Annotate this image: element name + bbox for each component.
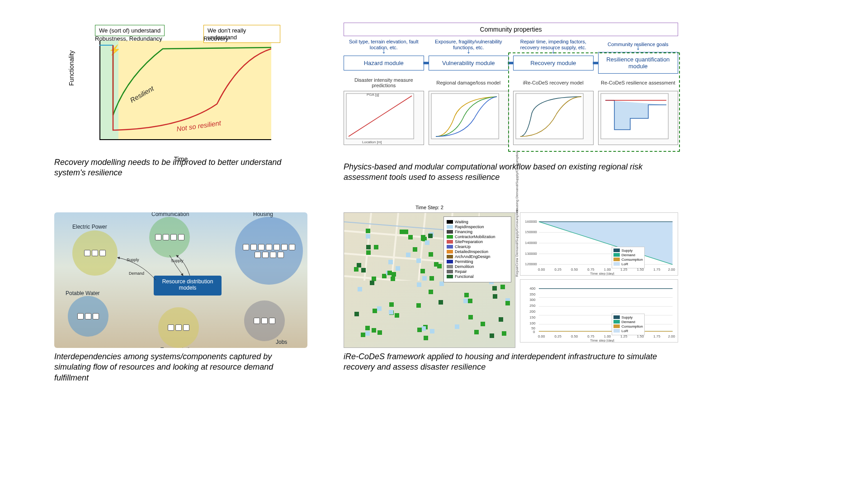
svg-text:Supply: Supply: [127, 258, 139, 262]
vulnerability-module-label: Vulnerability module: [442, 60, 495, 66]
house-icon: [270, 252, 276, 258]
legend-swatch: [447, 260, 453, 263]
svg-text:Time step [day]: Time step [day]: [590, 338, 614, 342]
building-marker: [499, 317, 503, 322]
building-marker: [493, 294, 497, 299]
resilience-module-label: Resilience quantification module: [606, 56, 670, 70]
building-marker: [429, 252, 433, 257]
x-axis-label: Time: [174, 155, 188, 163]
chart-legend-label: Consumption: [622, 258, 643, 262]
legend-swatch: [447, 230, 453, 234]
map-title: Time Step: 2: [415, 205, 443, 210]
building-icon: [254, 318, 260, 324]
chart-legend-item: LoR: [613, 262, 643, 266]
svg-text:2.00: 2.00: [668, 334, 675, 338]
building-marker: [463, 299, 468, 303]
thumb-fragility-curves: [429, 91, 509, 145]
svg-text:Location [m]: Location [m]: [362, 140, 382, 144]
building-marker: [387, 271, 392, 275]
house-icon: [266, 244, 272, 250]
svg-text:150000: 150000: [525, 230, 537, 234]
building-marker: [417, 328, 422, 332]
repaircrew-chart: RepairCrew Demand/Supply/Consumption 400…: [520, 279, 678, 343]
svg-text:120000: 120000: [525, 262, 537, 266]
building-marker: [428, 234, 433, 238]
building-marker: [439, 300, 443, 305]
legend-swatch: [447, 255, 453, 258]
road-icon: [183, 324, 189, 331]
housing-chart: Housing Demand/Supply/Consumption 160000…: [520, 212, 678, 276]
building-marker: [421, 326, 426, 331]
building-marker: [354, 312, 359, 316]
chart-legend-label: Supply: [622, 249, 632, 253]
label-housing: Housing: [253, 212, 273, 217]
house-icon: [281, 244, 288, 250]
y-axis-label: Functionality: [68, 50, 75, 86]
svg-text:300: 300: [529, 298, 536, 302]
legend-swatch: [447, 250, 453, 253]
water-icon: [93, 313, 99, 319]
building-marker: [389, 310, 393, 314]
building-marker: [464, 293, 469, 297]
building-marker: [434, 262, 439, 267]
house-icon: [243, 244, 249, 250]
hazard-module: ↓ Hazard module ➡: [344, 56, 424, 70]
svg-text:1.75: 1.75: [653, 334, 660, 338]
legend-swatch: [447, 245, 453, 249]
building-marker: [421, 235, 425, 239]
label-water: Potable Water: [66, 290, 100, 296]
svg-text:1.00: 1.00: [604, 334, 611, 338]
legend-label: ArchAndEngDesign: [455, 254, 491, 259]
legend-label: DetailedInspection: [455, 249, 488, 254]
building-marker: [373, 309, 377, 313]
chart-legend-swatch: [613, 249, 620, 252]
building-marker: [422, 276, 427, 281]
legend-label: Repair: [455, 269, 467, 274]
svg-text:PGA [g]: PGA [g]: [367, 93, 379, 97]
sub-disaster-intensity: Disaster intensity measure predictions: [344, 77, 424, 88]
legend-label: Financing: [455, 230, 472, 234]
building-marker: [372, 328, 376, 333]
building-marker: [366, 250, 371, 255]
legend-label: Permitting: [455, 259, 473, 264]
building-marker: [492, 286, 497, 291]
house-icon: [250, 244, 257, 250]
label-jobs: Jobs: [276, 339, 287, 345]
chart-legend-item: Supply: [613, 315, 643, 319]
legend-item: Demolition: [447, 264, 508, 269]
panel-application: Time Step: 2 WaitingRapidInspectionFinan…: [344, 212, 678, 384]
map-legend: WaitingRapidInspectionFinancingContracto…: [443, 216, 511, 282]
chart-legend-label: Demand: [622, 253, 635, 257]
chart-legend-swatch: [613, 324, 620, 328]
building-marker: [374, 245, 378, 249]
house-icon: [255, 252, 261, 258]
building-marker: [416, 303, 421, 308]
svg-text:160000: 160000: [525, 220, 537, 224]
house-icon: [262, 252, 269, 258]
legend-swatch: [447, 220, 453, 224]
svg-text:0.25: 0.25: [554, 267, 561, 272]
building-marker: [424, 336, 428, 340]
legend-item: CleanUp: [447, 244, 508, 249]
caption-panel4: iRe-CoDeS framework applied to housing a…: [344, 352, 678, 373]
arrow-down-icon: ↓: [636, 42, 640, 52]
bridge-icon: [175, 324, 182, 331]
building-marker: [396, 266, 400, 271]
svg-text:1.75: 1.75: [653, 267, 660, 272]
svg-text:400: 400: [529, 286, 536, 291]
svg-text:150: 150: [529, 315, 536, 319]
thumb-restoration-curves: [513, 91, 594, 145]
recovery-module-label: Recovery module: [530, 60, 576, 66]
resilience-curve-figure: We (sort of) understand We don't really …: [81, 23, 280, 154]
svg-text:1.00: 1.00: [604, 267, 611, 272]
building-marker: [370, 281, 374, 285]
building-marker: [502, 331, 506, 336]
application-figure: Time Step: 2 WaitingRapidInspectionFinan…: [344, 212, 678, 348]
building-marker: [377, 330, 382, 335]
building-marker: [361, 333, 365, 337]
water-icon: [85, 313, 91, 319]
building-marker: [354, 267, 359, 272]
building-marker: [366, 234, 370, 239]
building-marker: [408, 235, 413, 239]
legend-label: RapidInspection: [455, 225, 484, 229]
